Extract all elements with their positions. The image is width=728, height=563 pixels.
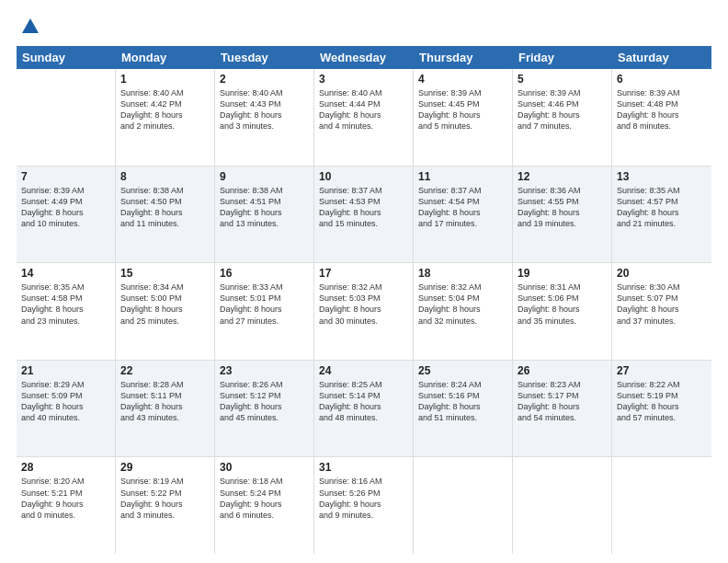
day-number: 12 [518, 170, 607, 183]
day-info: Sunrise: 8:29 AM Sunset: 5:09 PM Dayligh… [21, 379, 110, 424]
day-number: 31 [319, 461, 408, 474]
day-info: Sunrise: 8:37 AM Sunset: 4:54 PM Dayligh… [418, 185, 507, 230]
calendar-cell: 30Sunrise: 8:18 AM Sunset: 5:24 PM Dayli… [215, 457, 314, 554]
day-info: Sunrise: 8:39 AM Sunset: 4:45 PM Dayligh… [418, 87, 507, 132]
calendar-cell: 3Sunrise: 8:40 AM Sunset: 4:44 PM Daylig… [314, 69, 414, 166]
day-number: 4 [418, 73, 507, 86]
day-info: Sunrise: 8:22 AM Sunset: 5:19 PM Dayligh… [617, 379, 707, 424]
calendar-cell: 13Sunrise: 8:35 AM Sunset: 4:57 PM Dayli… [612, 167, 711, 263]
logo-flag-icon [20, 17, 40, 37]
calendar-week-1: 1Sunrise: 8:40 AM Sunset: 4:42 PM Daylig… [17, 69, 711, 167]
calendar-cell: 15Sunrise: 8:34 AM Sunset: 5:00 PM Dayli… [116, 263, 215, 360]
day-number: 26 [518, 364, 607, 377]
header [17, 17, 711, 37]
day-number: 3 [319, 73, 408, 86]
day-number: 24 [319, 364, 408, 377]
calendar-cell: 22Sunrise: 8:28 AM Sunset: 5:11 PM Dayli… [116, 361, 215, 457]
day-number: 23 [220, 364, 309, 377]
calendar-cell: 29Sunrise: 8:19 AM Sunset: 5:22 PM Dayli… [116, 457, 215, 554]
header-day-friday: Friday [513, 46, 612, 69]
calendar-cell: 25Sunrise: 8:24 AM Sunset: 5:16 PM Dayli… [414, 361, 513, 457]
calendar-cell [414, 457, 513, 554]
calendar-cell: 23Sunrise: 8:26 AM Sunset: 5:12 PM Dayli… [215, 361, 314, 457]
day-info: Sunrise: 8:36 AM Sunset: 4:55 PM Dayligh… [518, 185, 607, 230]
day-number: 13 [617, 170, 707, 183]
calendar-cell: 2Sunrise: 8:40 AM Sunset: 4:43 PM Daylig… [215, 69, 314, 166]
header-day-sunday: Sunday [17, 46, 116, 69]
calendar-cell: 12Sunrise: 8:36 AM Sunset: 4:55 PM Dayli… [513, 167, 612, 263]
day-number: 11 [418, 170, 507, 183]
day-info: Sunrise: 8:38 AM Sunset: 4:50 PM Dayligh… [120, 185, 210, 230]
day-info: Sunrise: 8:32 AM Sunset: 5:04 PM Dayligh… [418, 282, 507, 327]
calendar-cell: 7Sunrise: 8:39 AM Sunset: 4:49 PM Daylig… [17, 167, 116, 263]
day-number: 5 [518, 73, 607, 86]
day-info: Sunrise: 8:34 AM Sunset: 5:00 PM Dayligh… [120, 282, 210, 327]
calendar-cell: 19Sunrise: 8:31 AM Sunset: 5:06 PM Dayli… [513, 263, 612, 360]
svg-marker-0 [22, 18, 39, 33]
day-number: 17 [319, 267, 408, 280]
day-info: Sunrise: 8:20 AM Sunset: 5:21 PM Dayligh… [21, 476, 110, 521]
day-info: Sunrise: 8:39 AM Sunset: 4:46 PM Dayligh… [518, 87, 607, 132]
calendar-cell: 18Sunrise: 8:32 AM Sunset: 5:04 PM Dayli… [414, 263, 513, 360]
calendar-header: SundayMondayTuesdayWednesdayThursdayFrid… [17, 46, 711, 69]
day-number: 10 [319, 170, 408, 183]
day-number: 6 [617, 73, 707, 86]
page: SundayMondayTuesdayWednesdayThursdayFrid… [0, 0, 728, 563]
day-info: Sunrise: 8:39 AM Sunset: 4:49 PM Dayligh… [21, 185, 110, 230]
calendar-cell: 6Sunrise: 8:39 AM Sunset: 4:48 PM Daylig… [612, 69, 711, 166]
calendar-cell: 4Sunrise: 8:39 AM Sunset: 4:45 PM Daylig… [414, 69, 513, 166]
calendar-cell: 28Sunrise: 8:20 AM Sunset: 5:21 PM Dayli… [17, 457, 116, 554]
calendar-cell: 14Sunrise: 8:35 AM Sunset: 4:58 PM Dayli… [17, 263, 116, 360]
calendar-cell: 17Sunrise: 8:32 AM Sunset: 5:03 PM Dayli… [314, 263, 414, 360]
day-number: 15 [120, 267, 210, 280]
day-info: Sunrise: 8:40 AM Sunset: 4:42 PM Dayligh… [120, 87, 210, 132]
day-info: Sunrise: 8:25 AM Sunset: 5:14 PM Dayligh… [319, 379, 408, 424]
calendar-cell: 21Sunrise: 8:29 AM Sunset: 5:09 PM Dayli… [17, 361, 116, 457]
calendar-cell: 1Sunrise: 8:40 AM Sunset: 4:42 PM Daylig… [116, 69, 215, 166]
header-day-monday: Monday [116, 46, 215, 69]
calendar-cell [17, 69, 116, 166]
day-info: Sunrise: 8:35 AM Sunset: 4:58 PM Dayligh… [21, 282, 110, 327]
calendar-body: 1Sunrise: 8:40 AM Sunset: 4:42 PM Daylig… [17, 69, 711, 554]
day-number: 16 [220, 267, 309, 280]
calendar-week-2: 7Sunrise: 8:39 AM Sunset: 4:49 PM Daylig… [17, 167, 711, 264]
calendar-cell: 31Sunrise: 8:16 AM Sunset: 5:26 PM Dayli… [314, 457, 414, 554]
day-number: 27 [617, 364, 707, 377]
calendar-cell: 10Sunrise: 8:37 AM Sunset: 4:53 PM Dayli… [314, 167, 414, 263]
day-number: 14 [21, 267, 110, 280]
day-number: 30 [220, 461, 309, 474]
day-info: Sunrise: 8:31 AM Sunset: 5:06 PM Dayligh… [518, 282, 607, 327]
day-number: 21 [21, 364, 110, 377]
day-number: 1 [120, 73, 210, 86]
header-day-wednesday: Wednesday [314, 46, 414, 69]
day-info: Sunrise: 8:33 AM Sunset: 5:01 PM Dayligh… [220, 282, 309, 327]
calendar-week-5: 28Sunrise: 8:20 AM Sunset: 5:21 PM Dayli… [17, 457, 711, 554]
calendar-week-4: 21Sunrise: 8:29 AM Sunset: 5:09 PM Dayli… [17, 361, 711, 458]
day-number: 28 [21, 461, 110, 474]
day-info: Sunrise: 8:24 AM Sunset: 5:16 PM Dayligh… [418, 379, 507, 424]
day-number: 19 [518, 267, 607, 280]
day-info: Sunrise: 8:26 AM Sunset: 5:12 PM Dayligh… [220, 379, 309, 424]
day-info: Sunrise: 8:40 AM Sunset: 4:43 PM Dayligh… [220, 87, 309, 132]
calendar-cell [612, 457, 711, 554]
calendar-cell: 27Sunrise: 8:22 AM Sunset: 5:19 PM Dayli… [612, 361, 711, 457]
day-info: Sunrise: 8:32 AM Sunset: 5:03 PM Dayligh… [319, 282, 408, 327]
day-info: Sunrise: 8:35 AM Sunset: 4:57 PM Dayligh… [617, 185, 707, 230]
day-info: Sunrise: 8:39 AM Sunset: 4:48 PM Dayligh… [617, 87, 707, 132]
day-number: 7 [21, 170, 110, 183]
header-day-saturday: Saturday [612, 46, 711, 69]
day-number: 20 [617, 267, 707, 280]
calendar-cell [513, 457, 612, 554]
day-info: Sunrise: 8:28 AM Sunset: 5:11 PM Dayligh… [120, 379, 210, 424]
calendar-cell: 8Sunrise: 8:38 AM Sunset: 4:50 PM Daylig… [116, 167, 215, 263]
day-number: 9 [220, 170, 309, 183]
day-info: Sunrise: 8:23 AM Sunset: 5:17 PM Dayligh… [518, 379, 607, 424]
day-info: Sunrise: 8:40 AM Sunset: 4:44 PM Dayligh… [319, 87, 408, 132]
day-number: 29 [120, 461, 210, 474]
logo [17, 17, 40, 37]
calendar-cell: 20Sunrise: 8:30 AM Sunset: 5:07 PM Dayli… [612, 263, 711, 360]
day-number: 25 [418, 364, 507, 377]
calendar-cell: 26Sunrise: 8:23 AM Sunset: 5:17 PM Dayli… [513, 361, 612, 457]
day-number: 2 [220, 73, 309, 86]
calendar-cell: 11Sunrise: 8:37 AM Sunset: 4:54 PM Dayli… [414, 167, 513, 263]
